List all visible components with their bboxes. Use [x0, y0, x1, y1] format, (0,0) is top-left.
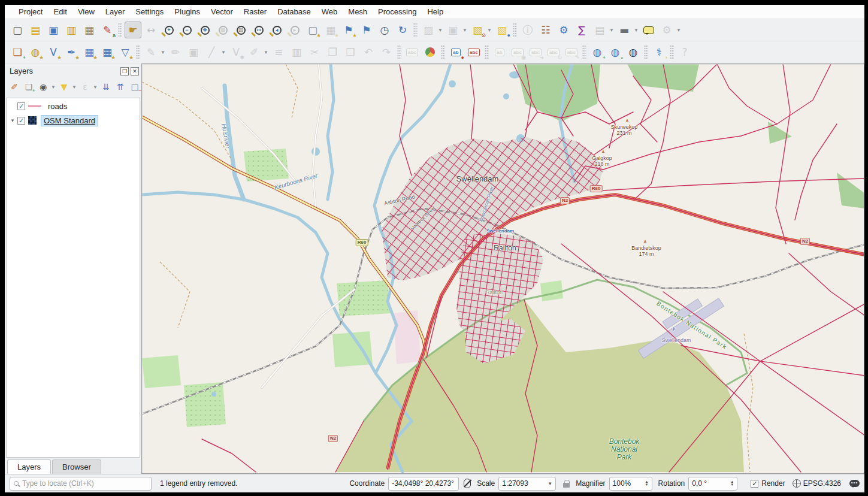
scale-combobox[interactable]: 1:27093 ▼ — [498, 477, 556, 491]
temporal-controller-icon[interactable]: ◷ — [376, 22, 393, 38]
zoom-out-icon[interactable]: − — [179, 22, 195, 38]
menu-mesh[interactable]: Mesh — [343, 6, 373, 17]
coordinate-input[interactable]: -34,0498° 20,4273° — [388, 477, 459, 491]
layer-item-roads[interactable]: ✓roads — [7, 99, 140, 113]
toolbar-separator — [136, 45, 140, 59]
web-add-service-icon[interactable]: ◍+ — [589, 44, 606, 61]
pan-map-icon[interactable]: ☛ — [125, 22, 141, 38]
osm-place-search-icon[interactable]: ◍ — [625, 44, 642, 61]
search-icon — [14, 481, 19, 486]
new-shapefile-layer-icon[interactable]: V★ — [45, 44, 62, 61]
save-project-icon[interactable]: ▣ — [45, 22, 62, 38]
move-label-icon: abc➜ — [527, 44, 544, 61]
new-mesh-layer-icon[interactable]: ▦★ — [99, 44, 116, 61]
delete-selected-icon: ▥ — [288, 44, 305, 61]
map-tips-icon[interactable] — [640, 22, 657, 38]
style-manager-icon[interactable]: ✎a — [99, 22, 116, 38]
rotate-label-icon: abc↻ — [545, 44, 562, 61]
statistical-summary-icon[interactable]: ∑ — [573, 22, 590, 38]
layer-expander[interactable]: ▾ — [9, 117, 16, 123]
spinner-arrows[interactable]: ▲▼ — [645, 480, 649, 486]
menu-edit[interactable]: Edit — [48, 6, 72, 17]
zoom-native-resolution-icon[interactable]: 1:1 — [250, 22, 267, 38]
messages-icon[interactable]: ••• — [849, 480, 860, 487]
layer-visibility-checkbox[interactable]: ✓ — [17, 117, 25, 125]
lock-scale-icon[interactable] — [563, 483, 570, 488]
deselect-features-dropdown[interactable]: ▼ — [486, 22, 492, 38]
layer-item-osm-standard[interactable]: ▾✓OSM Standard — [7, 114, 140, 127]
diagram-options-icon[interactable] — [422, 44, 438, 61]
new-map-view-icon[interactable]: ▢★ — [304, 22, 321, 38]
filter-legend-dropdown[interactable]: ▼ — [71, 78, 77, 95]
show-layout-manager-icon[interactable]: ▦ — [81, 22, 98, 38]
open-field-calculator-icon[interactable]: ☷ — [537, 22, 554, 38]
new-project-icon[interactable]: ▢ — [9, 22, 26, 38]
toolbar-separator — [118, 23, 122, 37]
menu-vector[interactable]: Vector — [205, 6, 238, 17]
add-group-icon[interactable]: ❏+ — [22, 80, 35, 93]
zoom-last-icon[interactable]: ◂ — [268, 22, 285, 38]
locate-input[interactable]: Type to locate (Ctrl+K) — [10, 477, 152, 491]
menu-settings[interactable]: Settings — [130, 6, 169, 17]
menu-project[interactable]: Project — [13, 6, 48, 17]
new-virtual-layer-icon[interactable]: ▽★ — [117, 44, 134, 61]
new-geopackage-layer-icon[interactable]: ◍★ — [27, 44, 44, 61]
tab-browser[interactable]: Browser — [52, 459, 101, 474]
layer-name[interactable]: roads — [46, 101, 70, 111]
crs-globe-icon[interactable] — [793, 479, 801, 488]
expand-all-icon[interactable]: ⇊ — [99, 80, 113, 93]
zoom-to-layer-icon[interactable]: ▤ — [232, 22, 249, 38]
measure-line-icon[interactable]: ▬ — [616, 22, 633, 38]
panel-float-icon[interactable]: ❐ — [120, 67, 129, 75]
menu-help[interactable]: Help — [422, 6, 449, 17]
measure-line-dropdown[interactable]: ▼ — [633, 22, 639, 38]
coordinate-label: Coordinate — [349, 479, 385, 488]
menu-view[interactable]: View — [72, 6, 100, 17]
menu-database[interactable]: Database — [272, 6, 316, 17]
menu-web[interactable]: Web — [316, 6, 343, 17]
menu-layer[interactable]: Layer — [100, 6, 131, 17]
show-spatial-bookmarks-icon[interactable]: ⚑ — [358, 22, 375, 38]
toolbar-separator — [644, 45, 648, 59]
manage-map-themes-icon[interactable]: ◉ — [37, 80, 50, 93]
help-contents-icon: ? — [676, 44, 693, 61]
layer-labeling-options-icon[interactable]: ab● — [447, 44, 464, 61]
open-layer-styling-panel-icon[interactable]: ✐ — [8, 80, 21, 93]
collapse-all-icon[interactable]: ⇈ — [114, 80, 127, 93]
labeling-highlight-icon[interactable]: abc — [465, 44, 482, 61]
deselect-features-icon[interactable]: ▧⊘ — [469, 22, 486, 38]
render-checkbox[interactable]: ✓ — [751, 480, 758, 488]
layer-visibility-checkbox[interactable]: ✓ — [17, 102, 25, 110]
open-project-icon[interactable]: ▤ — [27, 22, 44, 38]
crs-value[interactable]: EPSG:4326 — [803, 479, 841, 488]
python-console-icon[interactable]: ⚕› — [651, 44, 667, 61]
processing-toolbox-icon[interactable]: ⚙ — [555, 22, 572, 38]
menu-raster[interactable]: Raster — [238, 6, 272, 17]
extents-toggle-icon[interactable] — [464, 479, 471, 488]
manage-map-themes-dropdown[interactable]: ▼ — [50, 78, 56, 95]
menu-bar: ProjectEditViewLayerSettingsPluginsVecto… — [5, 5, 864, 19]
select-by-location-icon[interactable]: ▧● — [494, 22, 510, 38]
tab-layers[interactable]: Layers — [7, 459, 51, 474]
new-spatialite-layer-icon[interactable]: ▦★ — [81, 44, 98, 61]
left-dock: Layers ❐ ✕ ✐❏+◉▼▼▼ε▼⇊⇈□− ✓roads▾✓OSM Sta… — [5, 63, 141, 474]
open-data-source-manager-icon[interactable]: ❏+ — [9, 44, 26, 61]
spinner-arrows[interactable]: ▲▼ — [730, 480, 734, 486]
remove-layer-icon[interactable]: □− — [128, 80, 141, 93]
menu-processing[interactable]: Processing — [373, 6, 422, 17]
layer-name[interactable]: OSM Standard — [41, 115, 98, 126]
metasearch-icon[interactable]: ◍⌕ — [607, 44, 624, 61]
map-canvas[interactable]: SwellendamRailtonSwellendamRailton▲Skurw… — [141, 63, 864, 474]
new-print-layout-icon[interactable]: ▥ — [63, 22, 80, 38]
panel-close-icon[interactable]: ✕ — [131, 67, 139, 75]
zoom-in-icon[interactable]: + — [161, 22, 177, 38]
new-spatial-bookmark-icon[interactable]: ⚑★ — [340, 22, 357, 38]
new-temporary-scratch-layer-icon[interactable]: ✒★ — [63, 44, 80, 61]
filter-legend-icon[interactable]: ▼ — [58, 80, 71, 93]
suburb-label: Railton — [486, 290, 503, 296]
magnifier-spinbox[interactable]: 100% ▲▼ — [609, 477, 652, 491]
menu-plugins[interactable]: Plugins — [169, 6, 205, 17]
rotation-spinbox[interactable]: 0,0 ° ▲▼ — [688, 477, 737, 491]
refresh-map-icon[interactable]: ↻ — [394, 22, 411, 38]
zoom-full-extent-icon[interactable]: ❖ — [196, 22, 213, 38]
